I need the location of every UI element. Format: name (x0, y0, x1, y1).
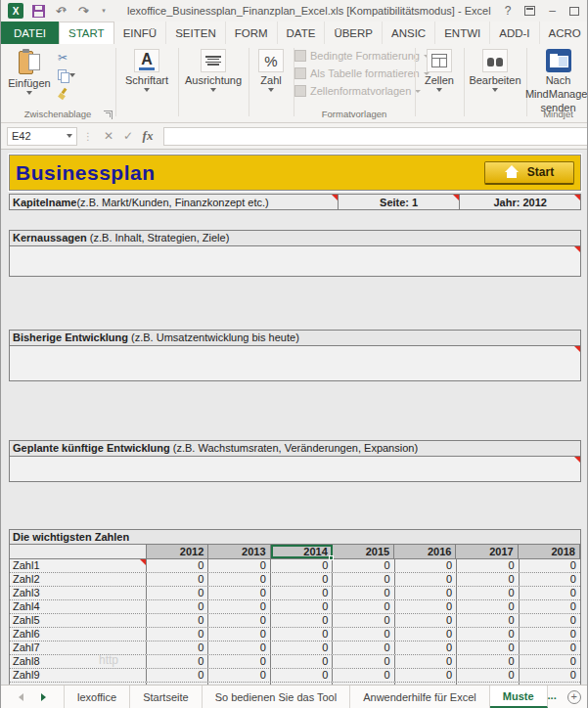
year-cell-2013[interactable]: 2013 (208, 545, 270, 558)
zahlen-value-cell[interactable]: 0 (457, 642, 519, 654)
sheet-tab-anwenderhilfe-für-excel[interactable]: Anwenderhilfe für Excel (350, 686, 490, 708)
number-menu-button[interactable]: % Zahl (254, 49, 288, 92)
zahlen-value-cell[interactable]: 0 (457, 614, 519, 627)
kapitelname-cell[interactable]: Kapitelname (z.B. Markt/Kunden, Finanzko… (10, 195, 339, 209)
zahlen-row-label[interactable]: Zahl1 (10, 559, 147, 572)
zahlen-value-cell[interactable]: 0 (333, 600, 394, 613)
zahlen-value-cell[interactable]: 0 (271, 669, 333, 682)
zahlen-value-cell[interactable]: 0 (271, 614, 333, 627)
customize-qat-button[interactable]: ▾ (98, 3, 113, 19)
zahlen-row-label[interactable]: Zahl3 (10, 587, 147, 599)
enter-entry-button[interactable]: ✓ (118, 129, 138, 143)
zahlen-value-cell[interactable]: 0 (520, 669, 580, 682)
zahlen-value-cell[interactable]: 0 (271, 600, 333, 613)
zahlen-value-cell[interactable]: 0 (395, 655, 457, 668)
insert-function-button[interactable]: fx (138, 128, 158, 144)
zahlen-value-cell[interactable]: 0 (520, 600, 580, 613)
dialog-launcher-icon[interactable] (104, 111, 113, 119)
zahlen-value-cell[interactable]: 0 (520, 614, 580, 627)
zahlen-value-cell[interactable]: 0 (147, 642, 208, 654)
ribbon-tab-add-i[interactable]: ADD-I (490, 22, 539, 44)
start-button[interactable]: Start (484, 161, 574, 185)
zahlen-value-cell[interactable]: 0 (271, 655, 333, 668)
sheet-tab-active[interactable]: Muste (490, 686, 548, 708)
zahlen-value-cell[interactable]: 0 (395, 600, 457, 613)
zahlen-row-label[interactable]: Zahl2 (10, 573, 147, 586)
zahlen-value-cell[interactable]: 0 (520, 573, 580, 586)
ribbon-tab-seiten[interactable]: SEITEN (166, 22, 226, 44)
sheet-tab-so-bedienen-sie-das-tool[interactable]: So bedienen Sie das Tool (203, 686, 351, 708)
paste-button[interactable]: Einfügen (7, 49, 52, 95)
zahlen-value-cell[interactable]: 0 (395, 559, 457, 572)
ribbon-tab-entwi[interactable]: ENTWI (435, 22, 490, 44)
zahlen-value-cell[interactable]: 0 (457, 559, 519, 572)
zahlen-value-cell[interactable]: 0 (271, 573, 333, 586)
zahlen-row-label[interactable]: Zahl9 (10, 669, 147, 682)
zahlen-row-label[interactable]: Zahl7 (10, 642, 147, 654)
style-item-0[interactable]: Bedingte Formatierung (294, 50, 430, 62)
seite-cell[interactable]: Seite: 1 (339, 195, 461, 209)
ribbon-tab-einfü[interactable]: EINFÜ (114, 22, 167, 44)
redo-button[interactable]: ↷▾ (75, 3, 91, 19)
zahlen-value-cell[interactable]: 0 (520, 642, 580, 654)
prev-sheet-icon[interactable] (19, 693, 23, 701)
zahlen-value-cell[interactable]: 0 (208, 573, 270, 586)
zahlen-value-cell[interactable]: 0 (147, 614, 208, 627)
zahlen-value-cell[interactable]: 0 (520, 655, 580, 668)
year-cell-2016[interactable]: 2016 (394, 545, 456, 558)
cells-menu-button[interactable]: Zellen (420, 49, 459, 92)
zahlen-value-cell[interactable]: 0 (271, 642, 333, 654)
editing-menu-button[interactable]: Bearbeiten (467, 49, 523, 92)
zahlen-value-cell[interactable]: 0 (147, 559, 208, 572)
zahlen-value-cell[interactable]: 0 (457, 669, 519, 682)
zahlen-value-cell[interactable]: 0 (520, 628, 580, 641)
zahlen-row-label[interactable]: Zahl4 (10, 600, 147, 613)
zahlen-value-cell[interactable]: 0 (457, 600, 519, 613)
zahlen-value-cell[interactable]: 0 (208, 587, 270, 599)
alignment-menu-button[interactable]: Ausrichtung (184, 49, 243, 92)
year-cell-2014[interactable]: 2014 (271, 545, 333, 558)
zahlen-value-cell[interactable]: 0 (208, 614, 270, 627)
ribbon-tab-ansic[interactable]: ANSIC (383, 22, 435, 44)
zahlen-value-cell[interactable]: 0 (333, 669, 394, 682)
zahlen-value-cell[interactable]: 0 (457, 628, 519, 641)
cancel-entry-button[interactable]: ✕ (99, 129, 118, 143)
zahlen-value-cell[interactable]: 0 (271, 628, 333, 641)
zahlen-value-cell[interactable]: 0 (208, 628, 270, 641)
format-painter-button[interactable] (58, 86, 75, 100)
style-item-2[interactable]: Zellenformatvorlagen (294, 85, 421, 97)
selection-fill-handle[interactable] (329, 555, 334, 560)
zahlen-value-cell[interactable]: 0 (333, 642, 394, 654)
year-cell-2012[interactable]: 2012 (147, 545, 208, 558)
ribbon-display-options-button[interactable] (524, 6, 535, 16)
ribbon-tab-überp[interactable]: ÜBERP (325, 22, 383, 44)
ribbon-tab-date[interactable]: DATE (278, 22, 326, 44)
worksheet[interactable]: Businessplan Start Kapitelname (z.B. Mar… (1, 150, 588, 685)
zahlen-value-cell[interactable]: 0 (333, 655, 394, 668)
cut-button[interactable]: ✂ (58, 51, 75, 65)
ribbon-tab-acro[interactable]: ACRO (540, 22, 588, 44)
zahlen-value-cell[interactable]: 0 (147, 628, 208, 641)
zahlen-value-cell[interactable]: 0 (208, 655, 270, 668)
zahlen-value-cell[interactable]: 0 (520, 559, 580, 572)
new-sheet-button[interactable]: + (561, 686, 588, 708)
ribbon-tab-start[interactable]: START (59, 22, 114, 44)
zahlen-value-cell[interactable]: 0 (208, 642, 270, 654)
minimize-button[interactable]: – (549, 5, 556, 17)
ribbon-tab-datei[interactable]: DATEI (1, 22, 59, 44)
undo-button[interactable]: ↶▾ (53, 3, 68, 19)
zahlen-value-cell[interactable]: 0 (333, 573, 394, 586)
zahlen-value-cell[interactable]: 0 (147, 600, 208, 613)
zahlen-value-cell[interactable]: 0 (208, 559, 270, 572)
ribbon-tab-form[interactable]: FORM (226, 22, 278, 44)
save-button[interactable] (30, 3, 46, 19)
zahlen-value-cell[interactable]: 0 (271, 587, 333, 599)
zahlen-value-cell[interactable]: 0 (395, 573, 457, 586)
zahlen-value-cell[interactable]: 0 (457, 573, 519, 586)
next-sheet-icon[interactable] (41, 693, 46, 701)
sheet-tab-lexoffice[interactable]: lexoffice (65, 686, 130, 708)
zahlen-value-cell[interactable]: 0 (333, 628, 394, 641)
zahlen-value-cell[interactable]: 0 (395, 642, 457, 654)
zahlen-table[interactable]: Die wichtigsten Zahlen 20122013201420152… (9, 529, 581, 697)
maximize-button[interactable] (569, 7, 579, 16)
